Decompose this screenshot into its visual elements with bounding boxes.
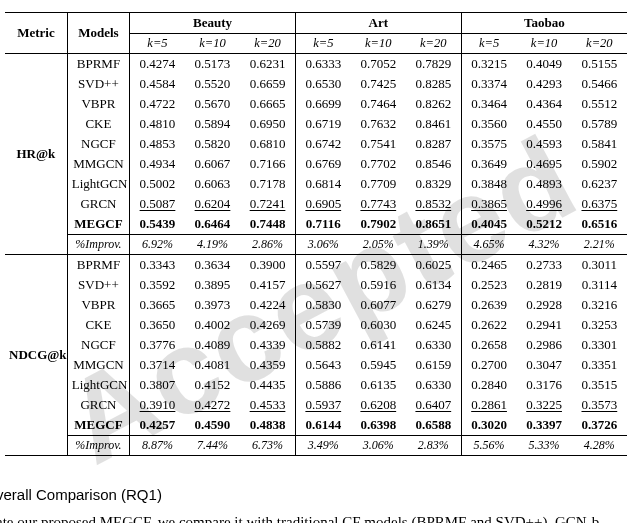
value-cell: 6.92% xyxy=(130,235,185,255)
k10: k=10 xyxy=(185,34,240,54)
value-cell: 0.4274 xyxy=(130,54,185,75)
value-cell: 0.5212 xyxy=(516,214,571,235)
value-cell: 0.7052 xyxy=(351,54,406,75)
metric-label: NDCG@k xyxy=(5,255,67,456)
value-cell: 0.3351 xyxy=(572,355,627,375)
body-line: ate our proposed MEGCF, we compare it wi… xyxy=(0,511,632,524)
value-cell: 6.73% xyxy=(240,436,295,456)
value-cell: 0.8651 xyxy=(406,214,461,235)
model-name: SVD++ xyxy=(67,74,129,94)
value-cell: 0.3973 xyxy=(185,295,240,315)
value-cell: 0.4435 xyxy=(240,375,295,395)
value-cell: 0.2941 xyxy=(516,315,571,335)
value-cell: 0.3047 xyxy=(516,355,571,375)
section-heading: verall Comparison (RQ1) xyxy=(0,484,632,507)
value-cell: 0.6719 xyxy=(295,114,350,134)
col-models: Models xyxy=(67,13,129,54)
model-name: %Improv. xyxy=(67,436,129,456)
value-cell: 0.7116 xyxy=(295,214,350,235)
value-cell: 0.4590 xyxy=(185,415,240,436)
value-cell: 0.2523 xyxy=(461,275,516,295)
value-cell: 0.4853 xyxy=(130,134,185,154)
value-cell: 0.6077 xyxy=(351,295,406,315)
value-cell: 0.6699 xyxy=(295,94,350,114)
value-cell: 0.8532 xyxy=(406,194,461,214)
value-cell: 0.5155 xyxy=(572,54,627,75)
value-cell: 0.7702 xyxy=(351,154,406,174)
value-cell: 0.2928 xyxy=(516,295,571,315)
value-cell: 0.3650 xyxy=(130,315,185,335)
value-cell: 0.4152 xyxy=(185,375,240,395)
value-cell: 0.8285 xyxy=(406,74,461,94)
value-cell: 0.6067 xyxy=(185,154,240,174)
value-cell: 0.6950 xyxy=(240,114,295,134)
value-cell: 0.7425 xyxy=(351,74,406,94)
value-cell: 0.7241 xyxy=(240,194,295,214)
value-cell: 0.3910 xyxy=(130,395,185,415)
value-cell: 0.4359 xyxy=(240,355,295,375)
value-cell: 0.6141 xyxy=(351,335,406,355)
value-cell: 0.6063 xyxy=(185,174,240,194)
results-table: Metric Models Beauty Art Taobao k=5 k=10… xyxy=(5,12,627,456)
model-name: NGCF xyxy=(67,134,129,154)
value-cell: 0.3397 xyxy=(516,415,571,436)
value-cell: 0.3895 xyxy=(185,275,240,295)
value-cell: 0.6464 xyxy=(185,214,240,235)
value-cell: 0.6588 xyxy=(406,415,461,436)
k20: k=20 xyxy=(572,34,627,54)
value-cell: 0.2639 xyxy=(461,295,516,315)
value-cell: 0.4045 xyxy=(461,214,516,235)
value-cell: 0.2733 xyxy=(516,255,571,276)
value-cell: 3.49% xyxy=(295,436,350,456)
model-name: BPRMF xyxy=(67,54,129,75)
value-cell: 0.2840 xyxy=(461,375,516,395)
value-cell: 0.4089 xyxy=(185,335,240,355)
model-name: CKE xyxy=(67,315,129,335)
value-cell: 0.5829 xyxy=(351,255,406,276)
value-cell: 0.4257 xyxy=(130,415,185,436)
value-cell: 0.5739 xyxy=(295,315,350,335)
value-cell: 2.21% xyxy=(572,235,627,255)
value-cell: 0.6814 xyxy=(295,174,350,194)
value-cell: 7.44% xyxy=(185,436,240,456)
value-cell: 0.6375 xyxy=(572,194,627,214)
value-cell: 0.4339 xyxy=(240,335,295,355)
value-cell: 0.6769 xyxy=(295,154,350,174)
value-cell: 0.4810 xyxy=(130,114,185,134)
value-cell: 0.3301 xyxy=(572,335,627,355)
value-cell: 0.6030 xyxy=(351,315,406,335)
value-cell: 0.5520 xyxy=(185,74,240,94)
value-cell: 0.5789 xyxy=(572,114,627,134)
value-cell: 0.2986 xyxy=(516,335,571,355)
value-cell: 0.6237 xyxy=(572,174,627,194)
value-cell: 0.3776 xyxy=(130,335,185,355)
value-cell: 0.8461 xyxy=(406,114,461,134)
model-name: MMGCN xyxy=(67,355,129,375)
value-cell: 0.5670 xyxy=(185,94,240,114)
value-cell: 0.3216 xyxy=(572,295,627,315)
dataset-art: Art xyxy=(295,13,461,34)
value-cell: 0.3215 xyxy=(461,54,516,75)
value-cell: 0.3020 xyxy=(461,415,516,436)
value-cell: 0.8287 xyxy=(406,134,461,154)
value-cell: 0.3176 xyxy=(516,375,571,395)
model-name: LightGCN xyxy=(67,375,129,395)
model-name: MMGCN xyxy=(67,154,129,174)
value-cell: 0.4593 xyxy=(516,134,571,154)
col-metric: Metric xyxy=(5,13,67,54)
value-cell: 0.4550 xyxy=(516,114,571,134)
k5: k=5 xyxy=(130,34,185,54)
model-name: BPRMF xyxy=(67,255,129,276)
value-cell: 0.2819 xyxy=(516,275,571,295)
value-cell: 0.6025 xyxy=(406,255,461,276)
value-cell: 0.3253 xyxy=(572,315,627,335)
body-text: verall Comparison (RQ1) ate our proposed… xyxy=(0,484,632,523)
value-cell: 0.5894 xyxy=(185,114,240,134)
model-name: GRCN xyxy=(67,395,129,415)
value-cell: 0.4049 xyxy=(516,54,571,75)
value-cell: 5.33% xyxy=(516,436,571,456)
value-cell: 0.7632 xyxy=(351,114,406,134)
value-cell: 0.4934 xyxy=(130,154,185,174)
value-cell: 0.4224 xyxy=(240,295,295,315)
value-cell: 0.4293 xyxy=(516,74,571,94)
